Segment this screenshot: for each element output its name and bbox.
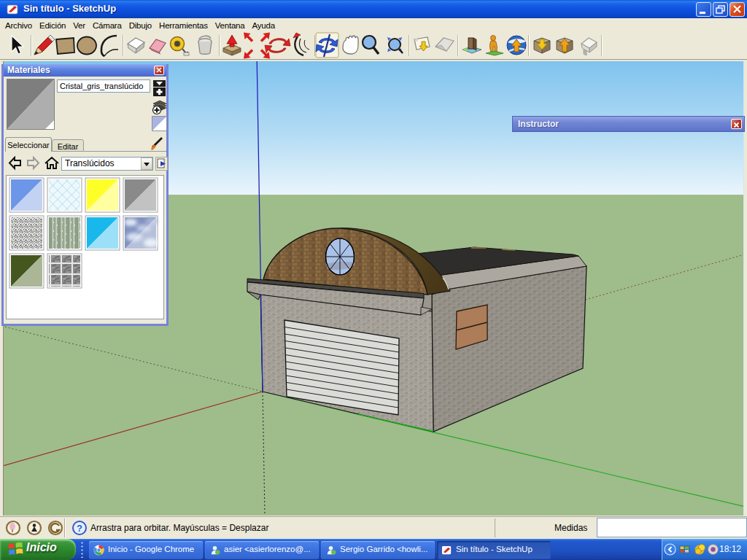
svg-text:?: ?	[77, 523, 82, 534]
